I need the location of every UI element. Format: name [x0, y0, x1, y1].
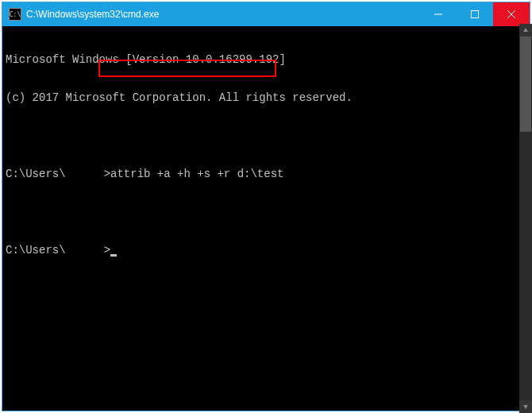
output-line: (c) 2017 Microsoft Corporation. All righ… [6, 91, 526, 104]
svg-rect-1 [472, 11, 479, 18]
scroll-up-button[interactable] [519, 24, 532, 37]
prompt-line: C:\Users\> [6, 244, 526, 257]
typed-command: attrib +a +h +s +r d:\test [110, 168, 283, 180]
vertical-scrollbar[interactable] [519, 24, 532, 413]
redacted-username [66, 169, 104, 180]
output-line: Microsoft Windows [Version 10.0.16299.19… [6, 53, 526, 66]
close-button[interactable] [493, 2, 530, 26]
blank-line [6, 129, 526, 142]
window-title: C:\Windows\system32\cmd.exe [26, 9, 420, 20]
blank-line [6, 206, 526, 218]
prompt-path: C:\Users\ [6, 168, 66, 180]
prompt-caret: > [104, 244, 110, 257]
maximize-button[interactable] [457, 2, 493, 26]
prompt-caret: > [104, 168, 110, 180]
titlebar[interactable]: C:\ C:\Windows\system32\cmd.exe [2, 2, 530, 26]
redacted-username [66, 245, 104, 257]
prompt-line: C:\Users\>attrib +a +h +s +r d:\test [6, 168, 526, 180]
minimize-button[interactable] [420, 2, 457, 26]
scrollbar-thumb[interactable] [520, 37, 531, 132]
svg-marker-4 [523, 28, 528, 32]
scroll-down-button[interactable] [519, 400, 532, 413]
cmd-window: C:\ C:\Windows\system32\cmd.exe Microsof… [2, 2, 530, 411]
cursor [110, 254, 117, 257]
svg-marker-5 [523, 405, 528, 409]
window-controls [420, 2, 530, 26]
prompt-path: C:\Users\ [6, 244, 66, 257]
cmd-icon: C:\ [9, 8, 21, 21]
terminal-area[interactable]: Microsoft Windows [Version 10.0.16299.19… [2, 26, 530, 411]
